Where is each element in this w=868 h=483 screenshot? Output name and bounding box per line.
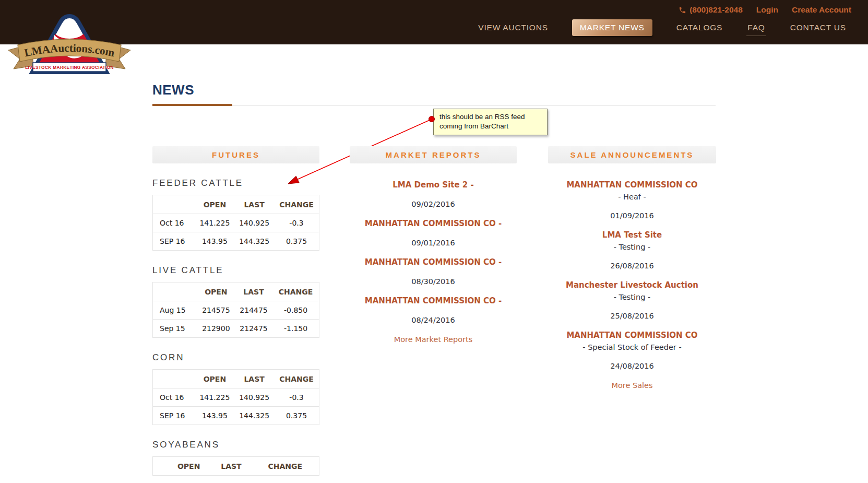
futures-cell: 143.95: [195, 232, 235, 251]
annotation-note: this should be an RSS feed coming from B…: [433, 109, 548, 135]
report-date-row: 08/30/2016: [350, 276, 517, 287]
sale-item: MANHATTAN COMMISSION CO- Special Stock o…: [548, 329, 716, 372]
futures-tables: FEEDER CATTLEOPENLASTCHANGEOct 16141.225…: [152, 178, 319, 476]
sale-link[interactable]: MANHATTAN COMMISSION CO: [548, 179, 716, 191]
nav-item-market-news[interactable]: MARKET NEWS: [572, 19, 652, 36]
futures-col-header-month: [153, 282, 197, 301]
sale-subtitle: - Heaf -: [548, 191, 716, 203]
futures-col-header: OPEN: [195, 195, 235, 214]
futures-cell: -0.850: [272, 301, 319, 320]
futures-col-header: LAST: [234, 370, 274, 388]
report-item: MANHATTAN COMMISSION CO -: [350, 295, 517, 307]
login-link[interactable]: Login: [756, 5, 778, 15]
topbar: (800)821-2048 Login Create Account: [0, 0, 868, 15]
title-divider: [152, 105, 716, 105]
futures-row: Sep 15212900212475-1.150: [153, 320, 319, 338]
report-date: 09/01/2016: [350, 237, 517, 249]
futures-cell: 141.225: [195, 388, 235, 407]
futures-cell: 141.225: [195, 214, 235, 232]
futures-section: LIVE CATTLEOPENLASTCHANGEAug 15214575214…: [152, 265, 319, 338]
report-item: MANHATTAN COMMISSION CO -: [350, 218, 517, 229]
report-link[interactable]: MANHATTAN COMMISSION CO -: [350, 218, 517, 229]
futures-section: CORNOPENLASTCHANGEOct 16141.225140.925-0…: [152, 352, 319, 425]
report-date: 09/02/2016: [350, 198, 517, 210]
market-reports-column: MARKET REPORTS LMA Demo Site 2 -09/02/20…: [350, 146, 517, 345]
report-date-row: 09/01/2016: [350, 237, 517, 249]
sale-link[interactable]: MANHATTAN COMMISSION CO: [548, 329, 716, 341]
phone-number: (800)821-2048: [689, 5, 743, 15]
futures-cell: -1.150: [272, 320, 319, 338]
nav-item-contact-us[interactable]: CONTACT US: [789, 20, 847, 36]
futures-col-header: CHANGE: [274, 195, 319, 214]
more-sales-link[interactable]: More Sales: [611, 380, 652, 391]
nav-item-catalogs[interactable]: CATALOGS: [675, 20, 724, 36]
sale-subtitle: - Testing -: [548, 241, 716, 253]
sale-date: 24/08/2016: [548, 360, 716, 372]
futures-table-title: CORN: [152, 352, 319, 363]
futures-col-header: OPEN: [197, 282, 235, 301]
futures-col-header: OPEN: [167, 457, 211, 476]
futures-header: FUTURES: [152, 146, 319, 163]
futures-cell: 214475: [235, 301, 272, 320]
futures-month-cell: Aug 15: [153, 301, 197, 320]
futures-section: FEEDER CATTLEOPENLASTCHANGEOct 16141.225…: [152, 178, 319, 251]
futures-table-title: FEEDER CATTLE: [152, 178, 319, 189]
report-date-row: 09/02/2016: [350, 198, 517, 210]
sale-item: Manchester Livestock Auction- Testing -2…: [548, 279, 716, 322]
futures-cell: 140.925: [234, 214, 274, 232]
futures-col-header-month: [153, 195, 195, 214]
futures-col-header-month: [153, 370, 195, 388]
more-market-reports-link[interactable]: More Market Reports: [394, 334, 473, 345]
futures-row: SEP 16143.95144.3250.375: [153, 232, 319, 251]
logo-subtitle: LIVESTOCK MARKETING ASSOCIATION: [25, 65, 114, 70]
futures-col-header: OPEN: [195, 370, 235, 388]
futures-month-cell: SEP 16: [153, 407, 195, 425]
sale-date: 01/09/2016: [548, 210, 716, 221]
futures-cell: 0.375: [274, 407, 319, 425]
futures-table: OPENLASTCHANGEOct 16141.225140.925-0.3SE…: [152, 195, 319, 251]
annotation-line2: coming from BarChart: [439, 122, 543, 131]
market-reports-list: LMA Demo Site 2 -09/02/2016MANHATTAN COM…: [350, 179, 517, 326]
futures-cell: 214575: [197, 301, 235, 320]
futures-table: OPENLASTCHANGEAug 15214575214475-0.850Se…: [152, 282, 319, 338]
futures-month-cell: Sep 15: [153, 320, 197, 338]
futures-cell: -0.3: [274, 388, 319, 407]
page-title: NEWS: [152, 82, 194, 98]
futures-col-header-month: [153, 457, 167, 476]
sale-item: MANHATTAN COMMISSION CO- Heaf -01/09/201…: [548, 179, 716, 221]
sale-item: LMA Test Site- Testing -26/08/2016: [548, 229, 716, 272]
report-link[interactable]: LMA Demo Site 2 -: [350, 179, 517, 191]
futures-month-cell: SEP 16: [153, 232, 195, 251]
annotation-line1: this should be an RSS feed: [439, 112, 543, 122]
nav-item-faq[interactable]: FAQ: [746, 20, 766, 36]
futures-col-header: CHANGE: [252, 457, 319, 476]
futures-column: FUTURES FEEDER CATTLEOPENLASTCHANGEOct 1…: [152, 146, 319, 476]
sale-subtitle: - Testing -: [548, 291, 716, 303]
futures-col-header: CHANGE: [274, 370, 319, 388]
create-account-link[interactable]: Create Account: [792, 5, 851, 15]
report-item: LMA Demo Site 2 -: [350, 179, 517, 191]
sale-subtitle: - Special Stock of Feeder -: [548, 341, 716, 353]
sale-link[interactable]: Manchester Livestock Auction: [548, 279, 716, 291]
futures-row: Oct 16141.225140.925-0.3: [153, 214, 319, 232]
phone-link[interactable]: (800)821-2048: [679, 5, 743, 15]
futures-table-title: LIVE CATTLE: [152, 265, 319, 276]
report-link[interactable]: MANHATTAN COMMISSION CO -: [350, 295, 517, 307]
report-date: 08/30/2016: [350, 276, 517, 287]
futures-col-header: CHANGE: [272, 282, 319, 301]
futures-table-title: SOYABEANS: [152, 440, 319, 450]
sale-announcements-list: MANHATTAN COMMISSION CO- Heaf -01/09/201…: [548, 179, 716, 372]
logo[interactable]: LMAAuctions.com LIVESTOCK MARKETING ASSO…: [4, 14, 135, 78]
futures-cell: 212475: [235, 320, 272, 338]
nav-item-view-auctions[interactable]: VIEW AUCTIONS: [477, 20, 549, 36]
futures-cell: 144.325: [234, 407, 274, 425]
futures-cell: -0.3: [274, 214, 319, 232]
futures-month-cell: Oct 16: [153, 388, 195, 407]
report-link[interactable]: MANHATTAN COMMISSION CO -: [350, 256, 517, 268]
sale-link[interactable]: LMA Test Site: [548, 229, 716, 241]
futures-col-header: LAST: [211, 457, 251, 476]
futures-col-header: LAST: [235, 282, 272, 301]
futures-col-header: LAST: [234, 195, 274, 214]
futures-cell: 0.375: [274, 232, 319, 251]
sale-announcements-column: SALE ANNOUNCEMENTS MANHATTAN COMMISSION …: [548, 146, 716, 391]
